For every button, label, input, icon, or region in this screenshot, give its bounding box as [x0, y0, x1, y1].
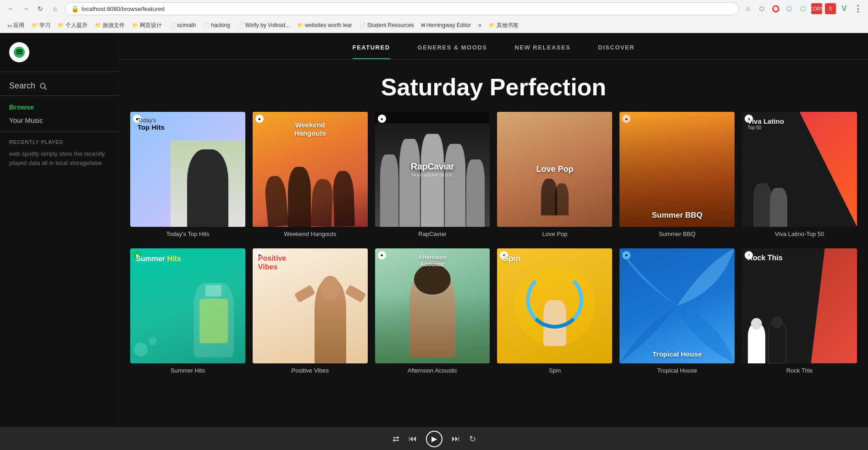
bookmark-webdesign[interactable]: 📁 网页设计: [129, 21, 165, 30]
bookmark-hacking[interactable]: 📄 hacking: [200, 21, 232, 29]
bookmark-personal[interactable]: 📁 个人提升: [55, 21, 90, 30]
playlist-card-tropical[interactable]: ● Tropical Hou: [619, 248, 735, 374]
bookmark-folder2[interactable]: 📁 websites worth lear: [294, 21, 355, 29]
bookmark-folder-icon: 📁: [32, 22, 38, 28]
search-row[interactable]: Search: [9, 81, 110, 91]
thumb-inner-summerbbq: ● Summer BBQ: [619, 112, 735, 227]
playlist-card-rapcaviar[interactable]: ●: [375, 112, 490, 237]
playlist-card-top-hits[interactable]: ● Today's Top Hits Today's Top Hits: [130, 112, 245, 237]
player-bar: ⇄ ⏮ ▶ ⏭ ↻: [0, 427, 868, 450]
thumb-inner-posvibes: ● PositiveVibes: [253, 248, 368, 363]
crowd: [253, 164, 368, 227]
sidebar-recently-played: RECENTLY PLAYED web spotify simply store…: [0, 132, 119, 175]
tab-discover[interactable]: DISCOVER: [598, 44, 635, 59]
playlist-card-lovepop[interactable]: ● Love Pop: [497, 112, 612, 237]
playlist-card-rockthis[interactable]: ●: [742, 248, 857, 374]
repeat-button[interactable]: ↻: [469, 434, 476, 444]
bookmark-travel-icon: 📁: [95, 22, 101, 28]
thumb-inner-spin: ● Spin: [497, 248, 612, 363]
sidebar-item-browse[interactable]: Browse: [9, 103, 110, 111]
playlist-name-vivalatino: Viva Latino-Top 50: [742, 230, 857, 237]
playlist-card-weekend[interactable]: ● WeekendHangouts: [253, 112, 368, 237]
bbq-overlay: [619, 112, 735, 227]
bookmark-hemingway-label: Hemingway Editor: [426, 22, 471, 28]
playlist-name-summerhits: Summer Hits: [130, 367, 245, 374]
lovepop-label: Love Pop: [536, 165, 573, 174]
playlist-thumb-top-hits: ● Today's Top Hits: [130, 112, 245, 227]
thumb-inner-summerhits: ● Summer Hits: [130, 248, 245, 363]
playlist-thumb-lovepop: ● Love Pop: [497, 112, 612, 227]
thumb-inner-lovepop: ● Love Pop: [497, 112, 612, 227]
bookmark-more[interactable]: »: [475, 21, 484, 29]
shuffle-button[interactable]: ⇄: [393, 434, 399, 444]
playlist-card-summerhits[interactable]: ● Summer Hits: [130, 248, 245, 374]
extension-btn-2[interactable]: ⭕: [770, 3, 781, 14]
playlist-card-posvibes[interactable]: ● PositiveVibes: [253, 248, 368, 374]
bottle: [194, 283, 234, 357]
bookmark-personal-label: 个人提升: [66, 22, 88, 29]
prev-button[interactable]: ⏮: [409, 434, 417, 444]
address-bar[interactable]: 🔒 localhost:8080/browse/featured: [65, 2, 739, 15]
menu-button[interactable]: ⋮: [852, 3, 863, 14]
recently-played-label: RECENTLY PLAYED: [9, 139, 110, 145]
bookmark-wirify[interactable]: 📄 Wirify by Volksid...: [235, 21, 293, 29]
bookmark-hemingway[interactable]: H Hemingway Editor: [419, 21, 474, 29]
bookmark-travel[interactable]: 📁 旅游文件: [92, 21, 127, 30]
playlist-name-posvibes: Positive Vibes: [253, 367, 368, 374]
play-button[interactable]: ▶: [426, 431, 442, 447]
rapcaviar-label: RapCaviar feat ASAP MOD: [411, 161, 454, 177]
playlist-thumb-rockthis: ●: [742, 248, 857, 363]
tab-featured[interactable]: FEATURED: [353, 44, 390, 59]
rock-accent: [811, 248, 857, 363]
home-button[interactable]: ⌂: [49, 2, 61, 15]
next-button[interactable]: ⏭: [452, 434, 460, 444]
playlist-name-spin: Spin: [497, 367, 612, 374]
playlist-thumb-weekend: ● WeekendHangouts: [253, 112, 368, 227]
bookmark-apps[interactable]: ⚏ 应用: [5, 21, 27, 30]
sidebar-item-your-music[interactable]: Your Music: [9, 116, 110, 124]
playlist-card-vivalatino[interactable]: ● Viva Latino Top 50: [742, 112, 857, 237]
playlist-card-summerbbq[interactable]: ● Summer BBQ Summer BBQ: [619, 112, 735, 237]
bookmark-student[interactable]: 📄 Student Resources: [357, 21, 417, 29]
spotify-logo-icon: [13, 46, 25, 58]
bookmark-apps-icon: ⚏: [7, 22, 12, 28]
playlist-name-top-hits: Today's Top Hits: [130, 230, 245, 237]
svg-line-2: [44, 88, 46, 89]
refresh-button[interactable]: ↻: [34, 2, 47, 15]
tab-genres[interactable]: GENERES & MOODS: [418, 44, 487, 59]
extension-btn-s[interactable]: S: [825, 3, 836, 14]
viva-accent: [800, 112, 857, 227]
playlist-grid-row2: ● Summer Hits: [119, 248, 868, 385]
weekend-label: WeekendHangouts: [253, 121, 368, 137]
browser-actions: ☆ ⬡ ⭕ ⬡ ⬡ CORS S V ⋮: [742, 3, 863, 14]
extension-btn-3[interactable]: ⬡: [784, 3, 795, 14]
playlist-thumb-summerhits: ● Summer Hits: [130, 248, 245, 363]
nav-buttons: ← → ↻ ⌂: [5, 2, 61, 15]
forward-button[interactable]: →: [19, 2, 32, 15]
viva-people: [753, 183, 787, 227]
bookmark-scimath-label: scimath: [177, 22, 196, 28]
extension-btn-v[interactable]: V: [839, 3, 850, 14]
tab-new-releases[interactable]: NEW RELEASES: [514, 44, 570, 59]
main-content: FEATURED GENERES & MOODS NEW RELEASES DI…: [119, 33, 868, 427]
circle1: [134, 343, 148, 357]
bookmark-scimath[interactable]: 📄 scimath: [166, 21, 199, 29]
bookmark-more-label: »: [478, 22, 481, 28]
posvibes-person: [299, 271, 362, 363]
bookmark-other[interactable]: 📁 其他书签: [486, 21, 521, 30]
sidebar-nav: Browse Your Music: [0, 96, 119, 132]
extension-btn-cors[interactable]: CORS: [811, 3, 822, 14]
playlist-card-afternoon[interactable]: ●: [375, 248, 490, 374]
browser-toolbar: ← → ↻ ⌂ 🔒 localhost:8080/browse/featured…: [0, 0, 868, 17]
bookmark-star-button[interactable]: ☆: [742, 3, 753, 14]
extension-btn-1[interactable]: ⬡: [756, 3, 767, 14]
spotify-logo[interactable]: [9, 42, 29, 62]
playlist-thumb-rapcaviar: ●: [375, 112, 490, 227]
extension-btn-4[interactable]: ⬡: [797, 3, 808, 14]
viva-text: Viva Latino Top 50: [747, 117, 784, 130]
sidebar-logo: [0, 42, 119, 72]
bookmark-study[interactable]: 📁 学习: [29, 21, 53, 30]
address-text: localhost:8080/browse/featured: [82, 5, 165, 12]
playlist-card-spin[interactable]: ● Spin: [497, 248, 612, 374]
back-button[interactable]: ←: [5, 2, 17, 15]
